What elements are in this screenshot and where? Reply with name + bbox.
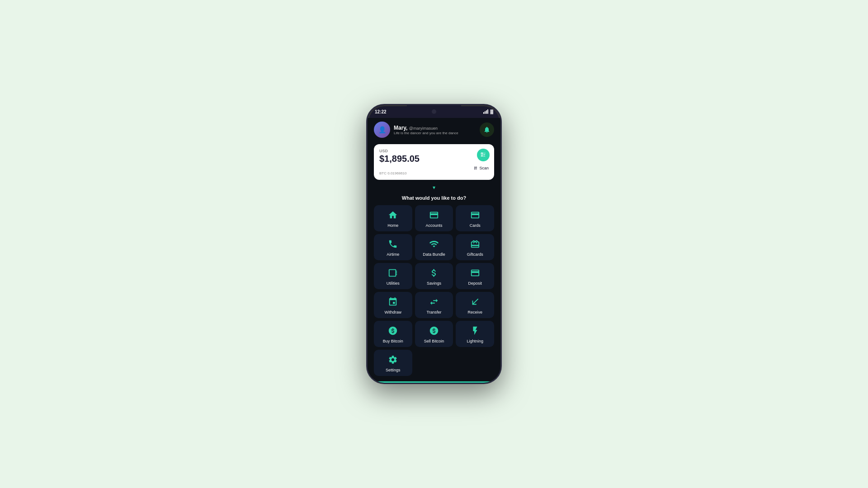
user-name: Mary, @maryimasuen [394, 125, 458, 131]
receive-label: Receive [467, 310, 482, 314]
deposit-icon [469, 267, 481, 279]
refer-card[interactable]: Refer & Earn You earn the chance to earn… [374, 381, 494, 383]
phone-frame: 12:22 ▓ 👤 Mary, @maryimasuen Lif [366, 104, 502, 384]
menu-item-giftcards[interactable]: Giftcards [456, 234, 494, 260]
qr-button[interactable] [477, 149, 490, 161]
avatar: 👤 [374, 122, 390, 138]
balance-card: USD $1,895.05 Scan BTC 0.01968610 [374, 144, 494, 180]
sell-bitcoin-label: Sell Bitcoin [424, 339, 444, 343]
transfer-icon [428, 296, 440, 308]
sell-bitcoin-icon [428, 324, 440, 337]
scan-icon [473, 166, 478, 170]
menu-item-transfer[interactable]: Transfer [415, 292, 453, 318]
settings-label: Settings [386, 368, 401, 372]
transfer-label: Transfer [426, 310, 441, 314]
phone-notch [407, 105, 461, 118]
balance-section: USD $1,895.05 Scan BTC 0.01968610 [368, 141, 500, 183]
menu-item-receive[interactable]: Receive [456, 292, 494, 318]
user-text: Mary, @maryimasuen Life is the dancer an… [394, 125, 458, 135]
withdraw-icon [387, 296, 399, 308]
giftcards-icon [469, 238, 481, 250]
savings-icon [428, 267, 440, 279]
header: 👤 Mary, @maryimasuen Life is the dancer … [368, 118, 500, 141]
balance-amount: $1,895.05 [379, 153, 489, 164]
menu-item-data-bundle[interactable]: Data Bundle [415, 234, 453, 260]
utilities-icon [387, 267, 399, 279]
giftcards-label: Giftcards [467, 252, 483, 257]
balance-currency: USD [379, 149, 489, 153]
menu-item-home[interactable]: Home [374, 205, 412, 231]
refer-section: Refer & Earn You earn the chance to earn… [368, 379, 500, 383]
home-label: Home [387, 223, 398, 228]
scan-row: Scan [379, 166, 489, 170]
menu-item-cards[interactable]: Cards [456, 205, 494, 231]
airtime-label: Airtime [387, 252, 399, 257]
user-bio: Life is the dancer and you are the dance [394, 131, 458, 135]
qr-icon [480, 152, 486, 158]
home-icon [387, 209, 399, 221]
buy-bitcoin-label: Buy Bitcoin [383, 339, 403, 343]
menu-item-settings[interactable]: Settings [374, 350, 412, 376]
cards-icon [469, 209, 481, 221]
scan-label: Scan [479, 166, 489, 170]
bell-icon [483, 126, 491, 133]
chevron-down-icon: ▾ [433, 184, 435, 191]
user-info: 👤 Mary, @maryimasuen Life is the dancer … [374, 122, 458, 138]
btc-balance: BTC 0.01968610 [379, 171, 489, 175]
camera-dot [432, 109, 436, 114]
menu-item-deposit[interactable]: Deposit [456, 263, 494, 289]
phone-content: 👤 Mary, @maryimasuen Life is the dancer … [368, 118, 500, 383]
savings-label: Savings [427, 281, 441, 286]
bell-button[interactable] [480, 122, 494, 137]
lightning-icon [469, 324, 481, 337]
battery-icon: ▓ [490, 109, 493, 114]
menu-title: What would you like to do? [374, 195, 494, 201]
lightning-label: Lightning [467, 339, 483, 343]
buy-bitcoin-icon [387, 324, 399, 337]
status-time: 12:22 [375, 109, 387, 114]
menu-item-lightning[interactable]: Lightning [456, 321, 494, 347]
menu-item-withdraw[interactable]: Withdraw [374, 292, 412, 318]
receive-icon [469, 296, 481, 308]
accounts-label: Accounts [425, 223, 442, 228]
menu-item-airtime[interactable]: Airtime [374, 234, 412, 260]
menu-section: What would you like to do? Home Accounts [368, 192, 500, 379]
data-bundle-label: Data Bundle [423, 252, 445, 257]
utilities-label: Utilities [387, 281, 400, 286]
airtime-icon [387, 238, 399, 250]
withdraw-label: Withdraw [385, 310, 402, 314]
menu-item-accounts[interactable]: Accounts [415, 205, 453, 231]
cards-label: Cards [470, 223, 481, 228]
status-icons: ▓ [483, 109, 493, 114]
accounts-icon [428, 209, 440, 221]
menu-item-sell-bitcoin[interactable]: Sell Bitcoin [415, 321, 453, 347]
scan-button[interactable]: Scan [473, 166, 489, 170]
menu-grid: Home Accounts Cards [374, 205, 494, 376]
data-bundle-icon [428, 238, 440, 250]
menu-item-savings[interactable]: Savings [415, 263, 453, 289]
chevron-row: ▾ [368, 183, 500, 192]
signal-icon [483, 109, 488, 114]
menu-item-utilities[interactable]: Utilities [374, 263, 412, 289]
deposit-label: Deposit [468, 281, 482, 286]
menu-item-buy-bitcoin[interactable]: Buy Bitcoin [374, 321, 412, 347]
settings-icon [387, 353, 399, 366]
